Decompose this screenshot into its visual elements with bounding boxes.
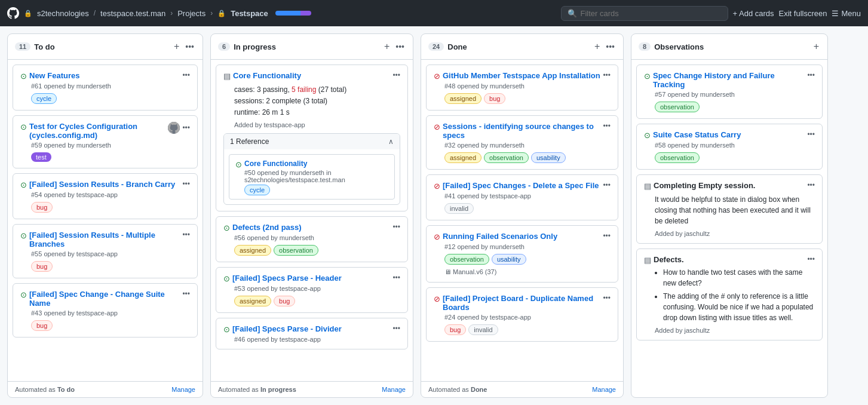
card-title[interactable]: Sessions - identifying source changes to… [443, 122, 603, 140]
observations-add-button[interactable]: + [812, 40, 820, 53]
add-cards-button[interactable]: + Add cards [733, 9, 774, 18]
card-failed-specs-parse-header: ⊙ [Failed] Specs Parse - Header ••• #53 … [216, 267, 408, 313]
todo-more-button[interactable]: ••• [184, 41, 195, 53]
exit-fullscreen-button[interactable]: Exit fullscreen [779, 9, 827, 18]
card-title[interactable]: [Failed] Session Results - Branch Carry [29, 180, 175, 189]
card-more-button[interactable]: ••• [392, 274, 400, 282]
card-more-button[interactable]: ••• [603, 181, 611, 189]
card-title[interactable]: Running Failed Scenarios Only [443, 232, 557, 241]
card-core-functionality-note: ▤ Core Functionality ••• cases: 3 passin… [216, 65, 408, 211]
card-completing-empty-session: ▤ Completing Empty session. ••• It would… [636, 174, 823, 244]
card-more-button[interactable]: ••• [182, 231, 190, 239]
done-more-button[interactable]: ••• [605, 41, 616, 53]
assigned-tag: assigned [444, 93, 481, 104]
card-title[interactable]: [Failed] Specs Parse - Divider [232, 324, 342, 333]
card-failed-branch-carry: ⊙ [Failed] Session Results - Branch Carr… [13, 173, 198, 219]
card-added-by: Added by testspace-app [234, 121, 400, 128]
card-more-button[interactable]: ••• [807, 130, 815, 139]
fail-issue-icon: ⊘ [434, 72, 440, 81]
done-count: 24 [428, 42, 444, 51]
search-icon: 🔍 [568, 9, 577, 18]
org-link[interactable]: s2technologies [37, 9, 89, 18]
open-issue-icon: ⊙ [644, 72, 651, 81]
card-title[interactable]: Test for Cycles Configuration (cycles.co… [29, 122, 168, 140]
open-issue-icon: ⊙ [20, 122, 27, 131]
usability-tag: usability [492, 254, 526, 265]
card-meta: #41 opened by testspace-app [444, 192, 611, 200]
card-title[interactable]: Core Functionality [233, 71, 301, 80]
card-meta: #58 opened by munderseth [655, 142, 815, 149]
menu-button[interactable]: ☰ Menu [832, 9, 861, 18]
card-more-button[interactable]: ••• [182, 124, 190, 132]
card-more-button[interactable]: ••• [182, 290, 190, 298]
card-meta: #43 opened by testspace-app [31, 309, 190, 317]
reference-body: ⊙ Core Functionality #50 opened by munde… [224, 149, 400, 204]
card-more-button[interactable]: ••• [182, 71, 190, 79]
avatar [168, 122, 180, 134]
inprogress-more-button[interactable]: ••• [394, 41, 406, 53]
card-more-button[interactable]: ••• [392, 71, 400, 79]
card-body: cases: 3 passing, 5 failing (27 total) s… [234, 84, 400, 119]
repo-link[interactable]: testspace.test.man [100, 9, 165, 18]
github-logo-icon [7, 7, 19, 19]
todo-title: To do [34, 42, 169, 51]
column-inprogress: 6 In progress + ••• ▤ Core Functionality… [210, 33, 413, 398]
manage-link[interactable]: Manage [382, 386, 406, 393]
open-issue-icon: ⊙ [235, 160, 242, 169]
card-new-features: ⊙ New Features ••• #61 opened by munders… [13, 65, 198, 111]
card-more-button[interactable]: ••• [182, 180, 190, 188]
filter-input[interactable] [581, 9, 722, 18]
fail-issue-icon: ⊘ [434, 122, 440, 131]
fail-issue-icon: ⊘ [434, 294, 440, 303]
card-title[interactable]: [Failed] Spec Changes - Delete a Spec Fi… [443, 181, 599, 190]
card-more-button[interactable]: ••• [392, 324, 400, 333]
card-title[interactable]: Suite Case Status Carry [653, 130, 741, 139]
card-spec-change-history: ⊙ Spec Change History and Failure Tracki… [636, 65, 823, 119]
open-issue-icon: ⊙ [223, 274, 230, 283]
open-issue-icon: ⊙ [223, 325, 230, 334]
bug-tag: bug [31, 202, 53, 213]
card-more-button[interactable]: ••• [603, 232, 611, 240]
card-more-button[interactable]: ••• [603, 294, 611, 302]
card-title[interactable]: GitHub Member Testspace App Installation [443, 71, 600, 80]
card-more-button[interactable]: ••• [807, 181, 815, 189]
observation-tag: observation [444, 254, 489, 265]
bug-tag: bug [484, 93, 505, 104]
card-more-button[interactable]: ••• [807, 255, 815, 263]
card-more-button[interactable]: ••• [807, 71, 815, 79]
card-more-button[interactable]: ••• [603, 71, 611, 79]
todo-count: 11 [15, 42, 30, 51]
done-add-button[interactable]: + [593, 40, 601, 53]
card-more-button[interactable]: ••• [392, 223, 400, 231]
todo-add-button[interactable]: + [173, 40, 180, 53]
project-name[interactable]: Testspace [231, 9, 268, 18]
col-header-inprogress: 6 In progress + ••• [211, 34, 413, 60]
inprogress-col-footer: Automated as In progress Manage [211, 381, 413, 397]
manage-link[interactable]: Manage [171, 386, 195, 393]
assigned-tag: assigned [234, 296, 271, 306]
observation-tag: observation [484, 152, 529, 163]
card-failed-project-board-duplicate: ⊘ [Failed] Project Board - Duplicate Nam… [426, 287, 618, 342]
card-title[interactable]: Spec Change History and Failure Tracking [653, 71, 807, 89]
card-title[interactable]: Defects. [654, 255, 684, 264]
projects-link[interactable]: Projects [177, 9, 206, 18]
card-title[interactable]: Defects (2nd pass) [232, 223, 302, 232]
cycle-tag: cycle [31, 93, 57, 104]
card-meta: #57 opened by munderseth [655, 91, 815, 98]
filter-search-box[interactable]: 🔍 [561, 6, 728, 21]
card-title[interactable]: [Failed] Session Results - Multiple Bran… [29, 231, 182, 248]
reference-header[interactable]: 1 Reference ∧ [224, 134, 400, 149]
ref-card-title[interactable]: Core Functionality [244, 159, 388, 168]
card-title[interactable]: [Failed] Spec Change - Change Suite Name [29, 290, 182, 308]
reference-section: 1 Reference ∧ ⊙ Core Functionality #50 o… [223, 133, 400, 205]
card-title[interactable]: [Failed] Specs Parse - Header [232, 274, 342, 283]
note-icon: ▤ [223, 72, 231, 81]
card-title[interactable]: Completing Empty session. [654, 181, 755, 190]
card-meta: #56 opened by munderseth [234, 234, 400, 241]
open-issue-icon: ⊙ [223, 223, 230, 232]
card-more-button[interactable]: ••• [603, 122, 611, 130]
card-title[interactable]: New Features [29, 71, 80, 80]
card-title[interactable]: [Failed] Project Board - Duplicate Named… [443, 294, 603, 312]
manage-link[interactable]: Manage [592, 386, 616, 393]
inprogress-add-button[interactable]: + [383, 40, 391, 53]
